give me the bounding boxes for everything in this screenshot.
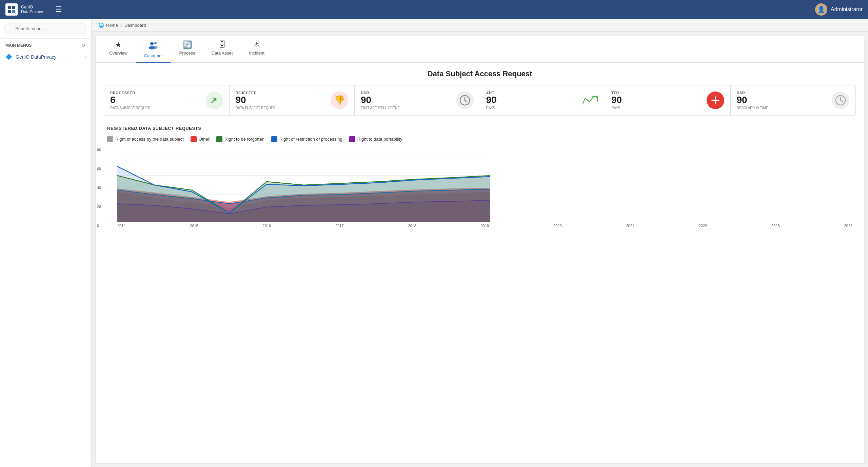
area-blue-steep [117, 166, 490, 222]
tab-process-label: Process [179, 50, 195, 56]
process-icon: 🔄 [183, 40, 192, 49]
legend-color-other [191, 136, 197, 142]
search-wrapper: 🔍 [4, 23, 87, 34]
legend-color-access [107, 136, 113, 142]
chart-wrapper: 80 60 40 20 0 [107, 148, 852, 228]
kpi-rejected-text: REJECTED 90 DATA SUBJECT REQUES... [236, 91, 327, 110]
kpi-aht-value: 90 [486, 95, 577, 105]
legend-restriction: Right of restriction of processing [271, 136, 342, 142]
logo-area: GenIO DataPrivacy [5, 3, 43, 16]
legend-forgotten: Right to be forgotten [216, 136, 264, 142]
kpi-tfr-text: TFR 90 DAYS [611, 91, 703, 110]
database-icon: 🗄 [218, 40, 226, 49]
y-label-20: 20 [97, 205, 101, 209]
svg-rect-0 [8, 6, 11, 9]
kpi-processed-label: PROCESSED [110, 91, 201, 95]
area-chart [117, 148, 490, 222]
logo-icon [5, 3, 18, 16]
tab-incident[interactable]: ⚠ Incident [241, 36, 273, 62]
breadcrumb-home[interactable]: Home [106, 23, 118, 28]
x-label-2024: 2024 [844, 224, 852, 228]
kpi-dsr-open-value: 90 [361, 95, 452, 105]
tab-data-asset-label: Data Asset [212, 50, 233, 56]
avatar: 👤 [815, 3, 827, 16]
kpi-dsr-resolved-value: 90 [737, 95, 828, 105]
username: Administrator [831, 6, 863, 13]
kpi-dsr-open-label: DSR [361, 91, 452, 95]
kpi-dsr-resolved-text: DSR 90 RESOLVED IN TIME [737, 91, 828, 110]
kpi-aht-label: AHT [486, 91, 577, 95]
hamburger-button[interactable]: ☰ [50, 2, 67, 17]
svg-point-5 [154, 42, 157, 44]
svg-rect-2 [8, 10, 11, 13]
sidebar-section-header: Main Menus ⟳ [0, 39, 91, 50]
x-axis-labels: 2014 2015 2016 2017 2018 2019 2020 2021 … [107, 222, 852, 228]
dashboard-content: Data Subject Access Request PROCESSED 6 … [96, 63, 864, 235]
sidebar-item-label: GenIO DataPrivacy [16, 54, 57, 60]
chart-title: REGISTERED DATA SUBJECT REQUESTS [107, 126, 852, 131]
kpi-rejected-value: 90 [236, 95, 327, 105]
tab-overview-label: Overview [109, 50, 127, 56]
x-label-2021: 2021 [626, 224, 634, 228]
aht-icon-circle [581, 92, 599, 109]
sidebar-item-genio[interactable]: 🔷 GenIO DataPrivacy ‹ [0, 50, 91, 63]
chart-body: 80 60 40 20 0 [107, 148, 852, 222]
x-label-2016: 2016 [263, 224, 271, 228]
chart-section: REGISTERED DATA SUBJECT REQUESTS Right o… [104, 126, 856, 228]
user-area: 👤 Administrator [815, 3, 863, 16]
warning-icon: ⚠ [253, 40, 260, 49]
svg-point-7 [153, 46, 158, 49]
dsr-resolved-icon-circle [832, 92, 849, 109]
y-axis-labels: 80 60 40 20 0 [97, 148, 101, 228]
kpi-rejected-sublabel: DATA SUBJECT REQUES... [236, 106, 327, 110]
legend-label-access: Right of access by the data subject [115, 137, 184, 142]
sidebar-section-title: Main Menus [5, 43, 32, 48]
legend-color-forgotten [216, 136, 222, 142]
legend-other: Other [191, 136, 210, 142]
legend-label-other: Other [199, 137, 210, 142]
legend-label-restriction: Right of restriction of processing [279, 137, 342, 142]
svg-line-16 [841, 100, 843, 102]
globe-icon: 🌐 [98, 22, 104, 28]
search-box: 🔍 [0, 19, 91, 39]
y-label-60: 60 [97, 167, 101, 171]
svg-rect-3 [12, 10, 15, 13]
tfr-icon-circle [707, 92, 724, 109]
x-label-2022: 2022 [699, 224, 707, 228]
rejected-icon-circle: 👎 [331, 92, 348, 109]
svg-point-4 [150, 42, 154, 45]
y-label-80: 80 [97, 148, 101, 152]
legend-color-portability [349, 136, 355, 142]
tab-process[interactable]: 🔄 Process [171, 36, 203, 62]
kpi-tfr: TFR 90 DAYS [605, 85, 731, 115]
kpi-aht-sublabel: DAYS [486, 106, 577, 110]
kpi-processed-text: PROCESSED 6 DATA SUBJECT REQUES... [110, 91, 201, 110]
tab-bar: ★ Overview Customer 🔄 [96, 36, 864, 63]
star-icon: ★ [115, 40, 122, 49]
x-label-2018: 2018 [408, 224, 416, 228]
kpi-dsr-open-text: DSR 90 THAT ARE STILL OPENE... [361, 91, 452, 110]
kpi-processed-value: 6 [110, 95, 201, 105]
app-name: GenIO DataPrivacy [21, 5, 43, 15]
thumbdown-icon: 👎 [334, 95, 345, 105]
kpi-rejected-label: REJECTED [236, 91, 327, 95]
tab-data-asset[interactable]: 🗄 Data Asset [203, 36, 241, 62]
processed-icon-circle: ↗ [205, 92, 223, 109]
x-label-2015: 2015 [190, 224, 198, 228]
kpi-processed-sublabel: DATA SUBJECT REQUES... [110, 106, 201, 110]
y-label-0: 0 [97, 224, 101, 228]
tab-customer-label: Customer [144, 53, 163, 58]
tab-customer[interactable]: Customer [136, 36, 171, 63]
search-input[interactable] [4, 23, 87, 34]
legend-label-forgotten: Right to be forgotten [224, 137, 264, 142]
tab-overview[interactable]: ★ Overview [101, 36, 136, 62]
breadcrumb: 🌐 Home » Dashboard [92, 19, 868, 32]
kpi-aht-text: AHT 90 DAYS [486, 91, 577, 110]
y-label-40: 40 [97, 186, 101, 190]
tab-incident-label: Incident [249, 50, 264, 56]
breadcrumb-separator: » [120, 23, 122, 28]
dashboard-panel: ★ Overview Customer 🔄 [96, 36, 864, 463]
legend-label-portability: Right to data portability [357, 137, 402, 142]
refresh-icon[interactable]: ⟳ [82, 43, 86, 48]
x-label-2020: 2020 [553, 224, 561, 228]
